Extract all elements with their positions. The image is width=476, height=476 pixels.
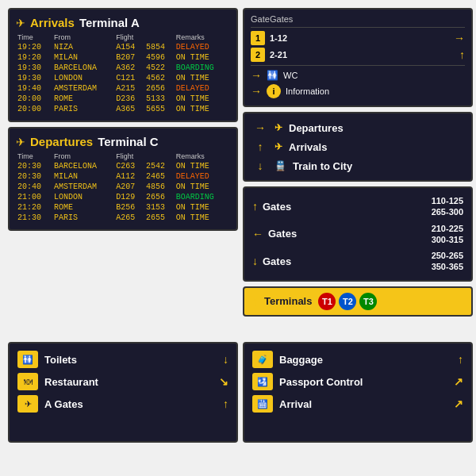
gate-extra-row: → i Information [251,84,465,98]
terminal-badges: T1T2T3 [318,293,377,310]
direction-row: → ✈ Departures [252,118,463,137]
arrivals-title: Arrivals [30,16,75,29]
direction-row: ↓ 🚆 Train to City [252,156,463,175]
gates-dir-range2: 350-365 [432,261,463,272]
cell-remarks: ON TIME [175,52,230,63]
direction-plane-icon: ✈ [274,122,282,133]
gates-dir-arrow: ← [252,228,263,240]
table-row: 20:30 MILAN A112 2465 DELAYED [16,171,230,182]
extra-label: WC [283,71,298,80]
gates-dir-range1: 250-265 [432,250,463,261]
terminal-badge-t3: T3 [359,293,377,310]
table-row: 20:00 PARIS A365 5655 ON TIME [16,104,230,114]
cell-time: 20:00 [16,94,52,104]
gates-dir-range: 250-265 350-365 [432,250,463,273]
departures-c-table: Time From Flight Remarks 20:30 BARCELONA… [16,152,230,223]
cell-num: 5854 [144,42,175,52]
cell-from: AMSTERDAM [52,83,114,94]
col-remarks: Remarks [175,33,230,42]
cell-num: 5655 [144,104,175,114]
gates-dir-label: Gates [263,255,291,267]
bottom-row: 🚻 Toilets ↓ 🍽 Restaurant ↘ ✈ A Gates ↑ 🧳… [8,342,473,442]
gate-header: Gate Gates [251,14,465,28]
left-column: ✈ Arrivals Terminal A Time From Flight R… [8,8,238,337]
cell-flight: A265 [114,213,144,223]
cell-from: PARIS [52,213,114,223]
gate-rows: 1 1-12 → 2 2-21 ↑ [251,31,465,62]
cell-flight: B207 [114,52,144,63]
table-row: 19:20 MILAN B207 4596 ON TIME [16,52,230,63]
gates-dir-left: ↑ Gates [252,200,291,213]
cell-from: LONDON [52,73,114,83]
cell-time: 19:20 [16,42,52,52]
main-container: ✈ Arrivals Terminal A Time From Flight R… [4,4,472,472]
terminals-label: Terminals [264,295,312,307]
table-row: 20:40 AMSTERDAM A207 4856 ON TIME [16,182,230,192]
sign-arrow: ↗ [454,397,463,410]
cell-time: 21:00 [16,192,52,202]
sign-icon: 🛗 [252,395,273,413]
gate-number: 2 [251,48,265,62]
sign-panel-left: 🚻 Toilets ↓ 🍽 Restaurant ↘ ✈ A Gates ↑ [8,342,238,442]
cell-time: 20:30 [16,161,52,171]
cell-remarks: ON TIME [175,104,230,114]
direction-plane-icon: ✈ [274,141,282,152]
terminal-badge-t1: T1 [318,293,336,310]
cell-remarks: ON TIME [175,73,230,83]
cell-from: MILAN [52,52,114,63]
gate-panel: Gate Gates 1 1-12 → 2 2-21 ↑ → 🚻 WC → i … [243,8,473,107]
direction-row: ↑ ✈ Arrivals [252,137,463,156]
cell-flight: D129 [114,192,144,202]
gates-dir-range1: 110-125 [432,195,463,206]
table-row: 20:30 BARCELONA C263 2542 ON TIME [16,161,230,171]
cell-remarks: DELAYED [175,83,230,94]
sign-label: Restaurant [44,376,213,388]
gates-dir-row: ← Gates 210-225 300-315 [252,221,463,248]
sign-icon: 🍽 [17,373,38,390]
col-from2: From [52,152,114,161]
cell-flight: D236 [114,94,144,104]
gates-dir-row: ↑ Gates 110-125 265-300 [252,193,463,221]
cell-flight: A154 [114,42,144,52]
direction-bus-icon: 🚆 [274,160,286,171]
sign-icon: 🧳 [252,351,273,368]
sign-icon: 🛂 [252,373,273,390]
direction-arrow: ↑ [252,140,268,153]
col-flight2: Flight [114,152,175,161]
arrivals-board: ✈ Arrivals Terminal A Time From Flight R… [8,8,238,122]
cell-flight: A362 [114,63,144,73]
cell-remarks: BOARDING [175,192,230,202]
gates-dir-label: Gates [268,228,297,240]
arrivals-table: Time From Flight Remarks 19:20 NIZA A154… [16,33,230,114]
cell-time: 20:00 [16,104,52,114]
gates-dir-range2: 265-300 [432,206,463,217]
cell-num: 4596 [144,52,175,63]
sign-label: Passport Control [279,376,447,388]
table-row: 19:30 BARCELONA A362 4522 BOARDING [16,63,230,73]
terminals-panel: ↑ Terminals T1T2T3 [243,286,473,317]
extra-arrow: → [251,69,262,82]
cell-remarks: DELAYED [175,42,230,52]
gates-dir-arrow: ↑ [252,200,258,213]
sign-row: ✈ A Gates ↑ [17,393,228,415]
table-row: 20:00 ROME D236 5133 ON TIME [16,94,230,104]
cell-num: 2655 [144,213,175,223]
cell-num: 2656 [144,83,175,94]
sign-row: 🧳 Baggage ↑ [252,348,463,370]
gates-dir-arrow: ↓ [252,255,258,267]
direction-label: Departures [289,122,463,134]
cell-time: 19:30 [16,63,52,73]
cell-flight: A112 [114,171,144,182]
cell-flight: A365 [114,104,144,114]
arrivals-title-row: ✈ Arrivals Terminal A [16,16,230,29]
cell-num: 4522 [144,63,175,73]
cell-from: ROME [52,202,114,213]
gates-dir-row: ↓ Gates 250-265 350-365 [252,248,463,275]
sign-label: A Gates [44,398,217,410]
sign-arrow: ↘ [219,375,228,388]
cell-from: AMSTERDAM [52,182,114,192]
cell-time: 20:40 [16,182,52,192]
sign-row: 🍽 Restaurant ↘ [17,370,228,393]
cell-from: PARIS [52,104,114,114]
gate-extra-row: → 🚻 WC [251,69,465,82]
